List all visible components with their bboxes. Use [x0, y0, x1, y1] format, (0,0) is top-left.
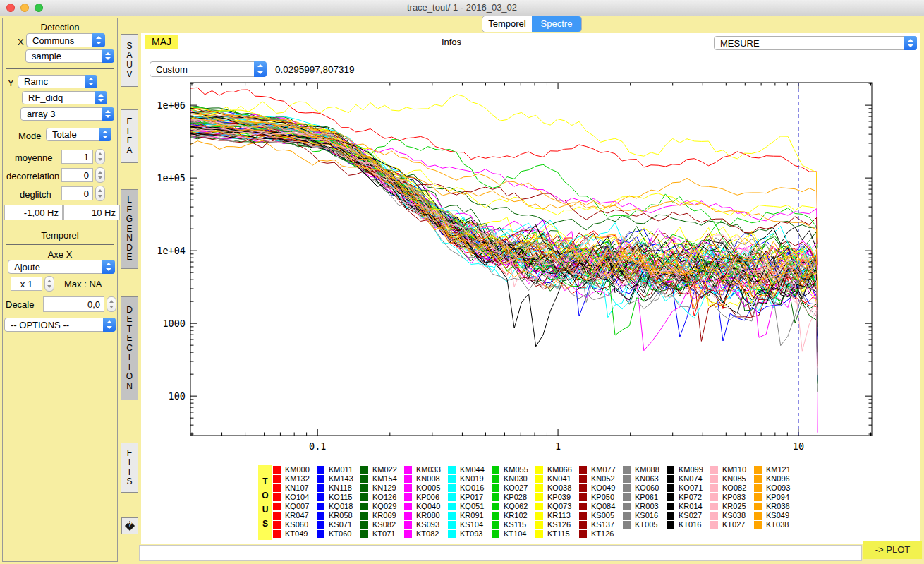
legend-item[interactable]: KN019 — [448, 474, 492, 484]
legend-item[interactable]: KN041 — [535, 474, 579, 484]
legend-item[interactable]: KN008 — [404, 474, 448, 484]
legend-item[interactable]: KM044 — [448, 465, 492, 474]
legend-item[interactable]: KQ073 — [535, 502, 579, 511]
legend-item[interactable]: KM055 — [492, 465, 535, 474]
legend-item[interactable]: KO093 — [754, 484, 798, 493]
legend-item[interactable]: KP072 — [667, 493, 710, 502]
legend-item[interactable]: KM110 — [710, 465, 754, 474]
legend-item[interactable]: KN096 — [754, 474, 798, 484]
legend-item[interactable]: KR036 — [754, 502, 798, 511]
legend-item[interactable]: KP094 — [754, 493, 798, 502]
legend-item[interactable]: KO027 — [492, 484, 535, 493]
legend-item[interactable]: KN085 — [710, 474, 754, 484]
legend-item[interactable]: KS126 — [535, 520, 579, 529]
legend-item[interactable]: KN118 — [317, 484, 360, 493]
legend-item[interactable]: KT082 — [404, 529, 448, 539]
mode-select[interactable]: Totale — [46, 128, 111, 141]
legend-item[interactable]: KO126 — [360, 493, 404, 502]
options-select[interactable]: -- OPTIONS -- — [4, 318, 116, 332]
legend-item[interactable]: KM066 — [535, 465, 579, 474]
decale-stepper[interactable] — [107, 296, 116, 312]
legend-item[interactable]: KO005 — [404, 484, 448, 493]
legend-item[interactable]: KO016 — [448, 484, 492, 493]
legend-item[interactable]: KT115 — [535, 529, 579, 539]
legend-item[interactable]: KT126 — [579, 529, 623, 539]
minimize-window-button[interactable] — [20, 4, 29, 12]
legend-item[interactable]: KO060 — [623, 484, 667, 493]
legend-item[interactable]: KT005 — [623, 520, 667, 529]
decorrelation-stepper[interactable] — [95, 167, 105, 183]
axe-x-select[interactable]: Ajoute — [8, 260, 115, 274]
legend-item[interactable]: KQ018 — [317, 502, 360, 511]
legend-item[interactable]: KR047 — [273, 511, 317, 520]
legend-item[interactable]: KT071 — [360, 529, 404, 539]
close-window-button[interactable] — [6, 4, 15, 12]
legend-item[interactable]: KS104 — [448, 520, 492, 529]
side-tab-effa[interactable]: E F F A — [121, 109, 138, 163]
legend-item[interactable]: KS093 — [404, 520, 448, 529]
legend-item[interactable]: KO038 — [535, 484, 579, 493]
legend-item[interactable]: KR003 — [623, 502, 667, 511]
moyenne-stepper[interactable] — [95, 149, 105, 164]
legend-item[interactable]: KO082 — [710, 484, 754, 493]
y-select[interactable]: Ramc — [18, 75, 97, 88]
zoom-window-button[interactable] — [35, 4, 43, 12]
help-button[interactable]: ? — [121, 517, 138, 534]
legend-item[interactable]: KN107 — [273, 484, 317, 493]
legend-item[interactable]: KS071 — [317, 520, 360, 529]
legend-tous-button[interactable]: T O U S — [258, 465, 272, 540]
legend-item[interactable]: KN074 — [667, 474, 710, 484]
range-select[interactable]: Custom — [150, 61, 267, 77]
legend-item[interactable]: KM132 — [273, 474, 317, 484]
legend-item[interactable]: KO071 — [667, 484, 710, 493]
legend-item[interactable]: KP039 — [535, 493, 579, 502]
x-mult-field[interactable]: x 1 — [11, 277, 42, 291]
plot-button[interactable]: -> PLOT — [863, 541, 922, 559]
legend-item[interactable]: KM077 — [579, 465, 623, 474]
legend-item[interactable]: KM000 — [273, 465, 317, 474]
legend-item[interactable]: KR080 — [404, 511, 448, 520]
x-select[interactable]: Communs — [26, 33, 105, 47]
legend-item[interactable]: KP028 — [492, 493, 535, 502]
tab-temporel[interactable]: Temporel — [482, 16, 532, 32]
legend-item[interactable]: KT060 — [317, 529, 360, 539]
legend-item[interactable]: KQ007 — [273, 502, 317, 511]
legend-item[interactable]: KM154 — [360, 474, 404, 484]
side-tab-legende[interactable]: L E G E N D E — [121, 189, 138, 269]
legend-item[interactable]: KS049 — [754, 511, 798, 520]
legend-item[interactable]: KR025 — [710, 502, 754, 511]
x-mult-stepper[interactable] — [44, 276, 54, 292]
legend-item[interactable]: KS082 — [360, 520, 404, 529]
legend-item[interactable]: KS115 — [492, 520, 535, 529]
side-tab-sauv[interactable]: S A U V — [121, 34, 138, 87]
legend-item[interactable]: KP006 — [404, 493, 448, 502]
legend-item[interactable]: KM121 — [754, 465, 798, 474]
mesure-select[interactable]: MESURE — [714, 36, 917, 50]
legend-item[interactable]: KR091 — [448, 511, 492, 520]
legend-item[interactable]: KT038 — [754, 520, 798, 529]
legend-item[interactable]: KS016 — [623, 511, 667, 520]
legend-item[interactable]: KP061 — [623, 493, 667, 502]
legend-item[interactable]: KS027 — [667, 511, 710, 520]
legend-item[interactable]: KR113 — [535, 511, 579, 520]
legend-item[interactable]: KQ040 — [404, 502, 448, 511]
freq-min-field[interactable]: -1,00 Hz — [4, 205, 63, 220]
legend-item[interactable]: KT093 — [448, 529, 492, 539]
legend-item[interactable]: KQ029 — [360, 502, 404, 511]
sample-select[interactable]: sample — [25, 49, 114, 63]
decale-field[interactable]: 0,0 — [43, 296, 104, 312]
legend-item[interactable]: KM022 — [360, 465, 404, 474]
legend-item[interactable]: KS137 — [579, 520, 623, 529]
legend-item[interactable]: KM033 — [404, 465, 448, 474]
legend-item[interactable]: KQ051 — [448, 502, 492, 511]
legend-item[interactable]: KN129 — [360, 484, 404, 493]
legend-item[interactable]: KT104 — [492, 529, 535, 539]
legend-item[interactable]: KN063 — [623, 474, 667, 484]
legend-item[interactable]: KO049 — [579, 484, 623, 493]
legend-item[interactable]: KP050 — [579, 493, 623, 502]
legend-item[interactable]: KR058 — [317, 511, 360, 520]
legend-item[interactable]: KO104 — [273, 493, 317, 502]
legend-item[interactable]: KQ062 — [492, 502, 535, 511]
deglitch-stepper[interactable] — [95, 186, 105, 201]
legend-item[interactable]: KS038 — [710, 511, 754, 520]
